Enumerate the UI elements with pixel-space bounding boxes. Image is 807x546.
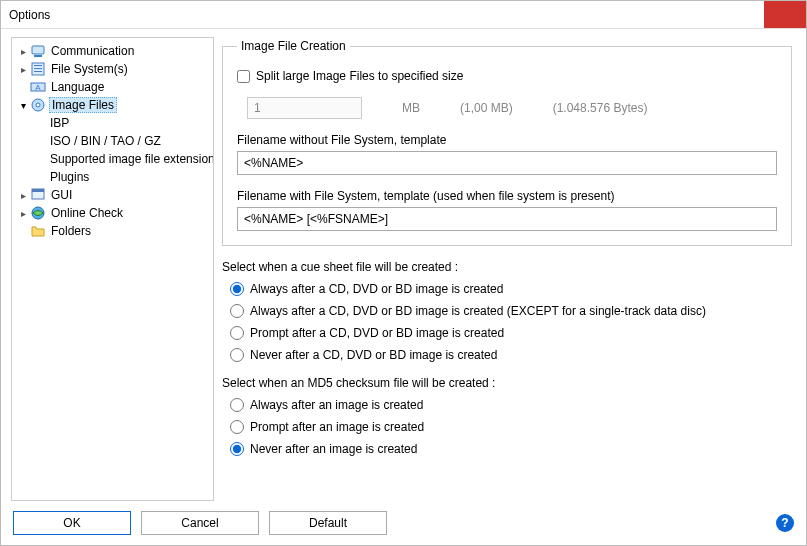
filesystem-icon [30,61,46,77]
tree-item-ibp[interactable]: IBP [12,114,214,132]
tree-label: Language [49,80,106,94]
window-title: Options [9,8,764,22]
md5-radio-always[interactable] [230,398,244,412]
folder-icon [30,223,46,239]
svg-rect-1 [34,55,42,57]
tree-item-iso[interactable]: ISO / BIN / TAO / GZ [12,132,214,150]
svg-text:A: A [35,83,41,92]
image-files-icon [30,97,46,113]
md5-opt1: Always after an image is created [250,398,423,412]
tpl-fs-label: Filename with File System, template (use… [237,189,777,203]
close-button[interactable] [764,1,806,28]
group-legend: Image File Creation [237,39,350,53]
cue-opt1: Always after a CD, DVD or BD image is cr… [250,282,503,296]
chevron-right-icon[interactable]: ▸ [16,190,30,201]
tpl-nofs-label: Filename without File System, template [237,133,777,147]
cue-radio-except[interactable] [230,304,244,318]
communication-icon [30,43,46,59]
split-hint-bytes: (1.048.576 Bytes) [553,101,648,115]
default-button[interactable]: Default [269,511,387,535]
md5-radio-prompt[interactable] [230,420,244,434]
md5-radio-never[interactable] [230,442,244,456]
content-pane: Image File Creation Split large Image Fi… [222,37,796,501]
svg-rect-0 [32,46,44,54]
md5-opt3: Never after an image is created [250,442,417,456]
ok-button[interactable]: OK [13,511,131,535]
chevron-right-icon[interactable]: ▸ [16,208,30,219]
language-icon: A [30,79,46,95]
tree-label: Folders [49,224,93,238]
split-checkbox[interactable] [237,70,250,83]
tpl-nofs-input[interactable] [237,151,777,175]
cue-opt2: Always after a CD, DVD or BD image is cr… [250,304,706,318]
split-size-input[interactable] [247,97,362,119]
tree-item-imagefiles[interactable]: ▾ Image Files [12,96,214,114]
svg-rect-3 [34,65,42,66]
svg-rect-4 [34,68,42,69]
tree-label: Plugins [48,170,91,184]
tree-item-supported[interactable]: Supported image file extension [12,150,214,168]
tree-label: File System(s) [49,62,130,76]
tree-label: Image Files [49,97,117,113]
md5-opt2: Prompt after an image is created [250,420,424,434]
tree-label: ISO / BIN / TAO / GZ [48,134,163,148]
tree-label: Supported image file extension [48,152,214,166]
cue-radio-never[interactable] [230,348,244,362]
tree-item-onlinecheck[interactable]: ▸ Online Check [12,204,214,222]
tpl-fs-input[interactable] [237,207,777,231]
online-check-icon [30,205,46,221]
split-hint-mb: (1,00 MB) [460,101,513,115]
cue-radio-always[interactable] [230,282,244,296]
svg-point-9 [36,103,40,107]
image-file-creation-group: Image File Creation Split large Image Fi… [222,39,792,246]
tree-label: IBP [48,116,71,130]
gui-icon [30,187,46,203]
help-icon: ? [781,516,788,530]
svg-rect-5 [34,71,42,72]
tree-label: Online Check [49,206,125,220]
help-button[interactable]: ? [776,514,794,532]
cue-opt3: Prompt after a CD, DVD or BD image is cr… [250,326,504,340]
chevron-right-icon[interactable]: ▸ [16,64,30,75]
cue-radio-prompt[interactable] [230,326,244,340]
cue-opt4: Never after a CD, DVD or BD image is cre… [250,348,497,362]
nav-tree[interactable]: ▸ Communication ▸ File System(s) ▸ A Lan… [11,37,214,501]
chevron-down-icon[interactable]: ▾ [16,100,30,111]
svg-rect-11 [32,189,44,192]
button-bar: OK Cancel Default ? [1,501,806,545]
tree-label: Communication [49,44,136,58]
tree-item-language[interactable]: ▸ A Language [12,78,214,96]
split-label: Split large Image Files to specified siz… [256,69,463,83]
tree-label: GUI [49,188,74,202]
tree-item-communication[interactable]: ▸ Communication [12,42,214,60]
split-unit: MB [402,101,420,115]
cancel-button[interactable]: Cancel [141,511,259,535]
titlebar: Options [1,1,806,29]
tree-item-plugins[interactable]: Plugins [12,168,214,186]
tree-item-gui[interactable]: ▸ GUI [12,186,214,204]
tree-item-folders[interactable]: ▸ Folders [12,222,214,240]
chevron-right-icon[interactable]: ▸ [16,46,30,57]
tree-item-filesystems[interactable]: ▸ File System(s) [12,60,214,78]
md5-title: Select when an MD5 checksum file will be… [222,376,792,390]
cue-title: Select when a cue sheet file will be cre… [222,260,792,274]
